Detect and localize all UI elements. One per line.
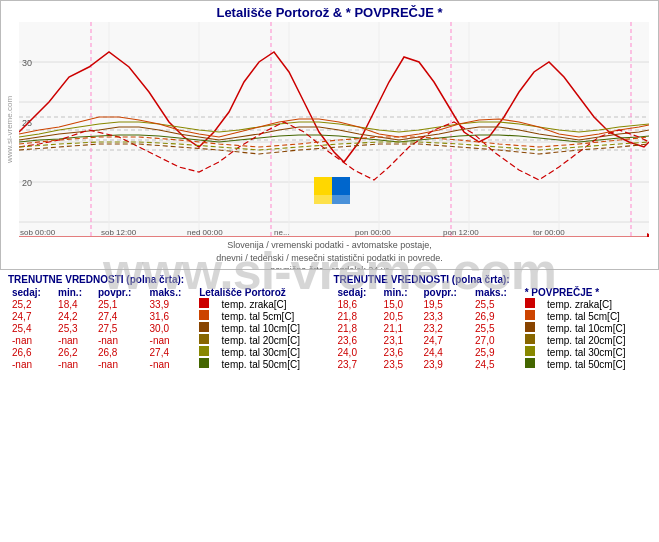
table-row: -nan -nan -nan -nan temp. tal 20cm[C]	[8, 334, 326, 346]
table-row: 18,6 15,0 19,5 25,5 temp. zraka[C]	[334, 298, 652, 310]
table-row: 21,8 21,1 23,2 25,5 temp. tal 10cm[C]	[334, 322, 652, 334]
footer-line-3: navpična črta - razdelek 24 ur	[1, 264, 658, 270]
footer-line-1: Slovenija / vremenski podatki - avtomats…	[1, 239, 658, 252]
t1-r1-sedaj: 25,2	[8, 298, 54, 310]
table2: sedaj: min.: povpr.: maks.: * POVPREČJE …	[334, 287, 652, 370]
table1: sedaj: min.: povpr.: maks.: Letališče Po…	[8, 287, 326, 370]
table1-header-sedaj: sedaj:	[8, 287, 54, 298]
t1-r1-maks: 33,9	[146, 298, 196, 310]
svg-text:sob 00:00: sob 00:00	[20, 228, 56, 237]
y-axis-label: www.si-vreme.com	[6, 96, 15, 163]
table1-title: TRENUTNE VREDNOSTI (polna črta):	[8, 274, 326, 285]
svg-text:20: 20	[22, 178, 32, 188]
table-block-2: TRENUTNE VREDNOSTI (polna črta): sedaj: …	[334, 274, 652, 370]
table1-header-povpr: povpr.:	[94, 287, 146, 298]
table-row: 23,6 23,1 24,7 27,0 temp. tal 20cm[C]	[334, 334, 652, 346]
footer-line-2: dnevni / tedenski / mesečni statistični …	[1, 252, 658, 265]
t1-r1-povpr: 25,1	[94, 298, 146, 310]
t1-r1-min: 18,4	[54, 298, 94, 310]
svg-text:pon 00:00: pon 00:00	[355, 228, 391, 237]
t1-r1-label: temp. zraka[C]	[218, 298, 326, 310]
table1-header-maks: maks.:	[146, 287, 196, 298]
chart-area: www.si-vreme.com	[1, 22, 658, 237]
table-row: -nan -nan -nan -nan temp. tal 50cm[C]	[8, 358, 326, 370]
svg-text:tor 00:00: tor 00:00	[533, 228, 565, 237]
table1-station: Letališče Portorož	[195, 287, 325, 298]
chart-title: Letališče Portorož & * POVPREČJE *	[1, 1, 658, 22]
table-row: 25,2 18,4 25,1 33,9 temp. zraka[C]	[8, 298, 326, 310]
chart-svg: 30 25 20 sob 00:00 sob 12:00 ned 00:00	[19, 22, 649, 237]
table-row: 25,4 25,3 27,5 30,0 temp. tal 10cm[C]	[8, 322, 326, 334]
svg-text:ne...: ne...	[274, 228, 290, 237]
svg-rect-35	[332, 195, 350, 204]
svg-text:30: 30	[22, 58, 32, 68]
bottom-section: TRENUTNE VREDNOSTI (polna črta): sedaj: …	[0, 270, 659, 370]
table-row: 23,7 23,5 23,9 24,5 temp. tal 50cm[C]	[334, 358, 652, 370]
svg-text:sob 12:00: sob 12:00	[101, 228, 137, 237]
table1-header-min: min.:	[54, 287, 94, 298]
svg-rect-33	[332, 177, 350, 195]
table-row: 26,6 26,2 26,8 27,4 temp. tal 30cm[C]	[8, 346, 326, 358]
chart-container: Letališče Portorož & * POVPREČJE * www.s…	[0, 0, 659, 270]
table2-title: TRENUTNE VREDNOSTI (polna črta):	[334, 274, 652, 285]
svg-rect-34	[314, 195, 332, 204]
table-row: 21,8 20,5 23,3 26,9 temp. tal 5cm[C]	[334, 310, 652, 322]
table-row: 24,7 24,2 27,4 31,6 temp. tal 5cm[C]	[8, 310, 326, 322]
t1-r1-colorbox	[195, 298, 217, 310]
svg-rect-32	[314, 177, 332, 195]
chart-footer: Slovenija / vremenski podatki - avtomats…	[1, 237, 658, 270]
table-row: 24,0 23,6 24,4 25,9 temp. tal 30cm[C]	[334, 346, 652, 358]
table-block-1: TRENUTNE VREDNOSTI (polna črta): sedaj: …	[8, 274, 326, 370]
svg-text:pon 12:00: pon 12:00	[443, 228, 479, 237]
svg-text:ned 00:00: ned 00:00	[187, 228, 223, 237]
